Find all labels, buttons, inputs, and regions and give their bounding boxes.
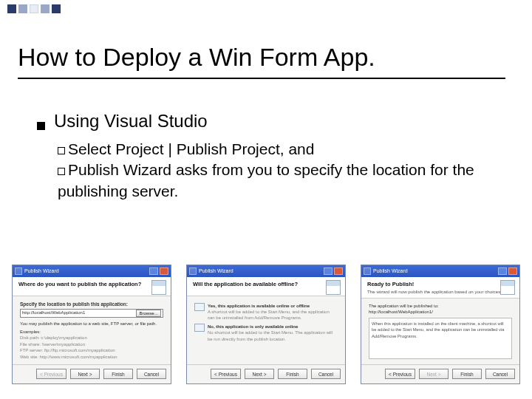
cancel-button[interactable]: Cancel xyxy=(485,369,515,379)
wizard-footer: < Previous Next > Finish Cancel xyxy=(361,364,519,383)
example-web: Web site: http://www.microsoft.com/myapp… xyxy=(20,354,163,360)
previous-button: < Previous xyxy=(36,369,66,379)
radio-option-online-offline[interactable]: Yes, this application is available onlin… xyxy=(194,303,338,321)
example-disk: Disk path: c:\deploy\myapplication xyxy=(20,335,163,341)
titlebar-text: Publish Wizard xyxy=(199,268,233,273)
bullet-main: Using Visual Studio xyxy=(37,111,495,132)
square-bullet-icon xyxy=(37,122,45,130)
app-icon xyxy=(189,267,197,275)
hint-text: You may publish the application to a web… xyxy=(20,321,163,327)
finish-button[interactable]: Finish xyxy=(103,369,133,379)
finish-button[interactable]: Finish xyxy=(278,369,307,379)
wizard-body: Specify the location to publish this app… xyxy=(13,296,171,364)
summary-url: http://localhost/WebApplication1/ xyxy=(369,309,512,315)
option-desc: A shortcut will be added to the Start Me… xyxy=(208,309,338,321)
wizard-question: Ready to Publish! xyxy=(367,281,514,287)
summary-desc: When this application is installed on th… xyxy=(372,321,505,338)
wizard-header: Ready to Publish! The wizard will now pu… xyxy=(361,277,519,299)
wizard-screenshots: Publish Wizard Where do you want to publ… xyxy=(12,265,520,384)
wizard-question: Will the application be available offlin… xyxy=(193,281,339,287)
slide-content: Using Visual Studio Select Project | Pub… xyxy=(37,111,495,202)
next-button[interactable]: Next > xyxy=(245,369,274,379)
help-icon[interactable] xyxy=(149,267,158,275)
sub-bullet-1: Select Project | Publish Project, and xyxy=(68,140,314,157)
wizard-banner-icon xyxy=(151,280,166,295)
close-icon[interactable] xyxy=(334,267,343,275)
close-icon[interactable] xyxy=(508,267,517,275)
publish-location-input[interactable]: http://localhost/WebApplication1 Browse.… xyxy=(20,309,163,318)
previous-button[interactable]: < Previous xyxy=(385,369,415,379)
help-icon[interactable] xyxy=(324,267,332,275)
cancel-button[interactable]: Cancel xyxy=(137,369,166,379)
sub-bullets: Select Project | Publish Project, and Pu… xyxy=(58,139,495,202)
summary-box: When this application is installed on th… xyxy=(369,318,512,359)
app-icon xyxy=(364,267,371,275)
sub-bullet-2: Publish Wizard asks from you to specify … xyxy=(58,161,474,199)
wizard-window-step3: Publish Wizard Ready to Publish! The wiz… xyxy=(361,265,520,384)
examples-label: Examples: xyxy=(20,329,163,335)
wizard-header: Will the application be available offlin… xyxy=(187,277,345,296)
wizard-subtext: The wizard will now publish the applicat… xyxy=(367,289,514,294)
slide-title: How to Deploy a Win Form App. xyxy=(18,43,505,79)
cancel-button[interactable]: Cancel xyxy=(311,369,341,379)
wizard-banner-icon xyxy=(500,280,515,295)
wizard-window-step1: Publish Wizard Where do you want to publ… xyxy=(12,265,171,384)
option-icon xyxy=(194,324,205,332)
option-desc: No shortcut will be added to the Start M… xyxy=(208,330,338,342)
option-title: Yes, this application is available onlin… xyxy=(208,303,338,309)
close-icon[interactable] xyxy=(160,267,168,275)
help-icon[interactable] xyxy=(498,267,507,275)
next-button[interactable]: Next > xyxy=(70,369,100,379)
slide-decoration xyxy=(7,4,61,13)
radio-option-online-only[interactable]: No, this application is only available o… xyxy=(194,324,338,342)
titlebar: Publish Wizard xyxy=(13,265,171,277)
wizard-question: Where do you want to publish the applica… xyxy=(18,281,165,287)
example-share: File share: \\server\myapplication xyxy=(20,341,163,347)
titlebar: Publish Wizard xyxy=(187,265,345,277)
example-ftp: FTP server: ftp://ftp.microsoft.com/myap… xyxy=(20,347,163,353)
wizard-window-step2: Publish Wizard Will the application be a… xyxy=(186,265,346,384)
wizard-body: Yes, this application is available onlin… xyxy=(187,296,345,364)
wizard-footer: < Previous Next > Finish Cancel xyxy=(13,364,171,383)
wizard-banner-icon xyxy=(326,280,341,295)
option-title: No, this application is only available o… xyxy=(208,324,338,330)
titlebar-text: Publish Wizard xyxy=(373,268,408,273)
bullet-main-text: Using Visual Studio xyxy=(54,111,208,132)
wizard-body: The application will be published to: ht… xyxy=(361,299,519,364)
hollow-bullet-icon xyxy=(58,168,65,175)
input-value: http://localhost/WebApplication1 xyxy=(22,310,85,316)
finish-button[interactable]: Finish xyxy=(452,369,482,379)
app-icon xyxy=(15,267,22,275)
browse-button[interactable]: Browse... xyxy=(136,310,161,317)
titlebar-text: Publish Wizard xyxy=(24,268,59,273)
wizard-header: Where do you want to publish the applica… xyxy=(13,277,171,296)
field-label: Specify the location to publish this app… xyxy=(20,301,163,307)
previous-button[interactable]: < Previous xyxy=(211,369,241,379)
option-icon xyxy=(194,303,205,311)
hollow-bullet-icon xyxy=(58,147,65,154)
wizard-footer: < Previous Next > Finish Cancel xyxy=(187,364,345,383)
titlebar: Publish Wizard xyxy=(361,265,519,277)
next-button: Next > xyxy=(419,369,449,379)
summary-line1: The application will be published to: xyxy=(369,303,512,309)
